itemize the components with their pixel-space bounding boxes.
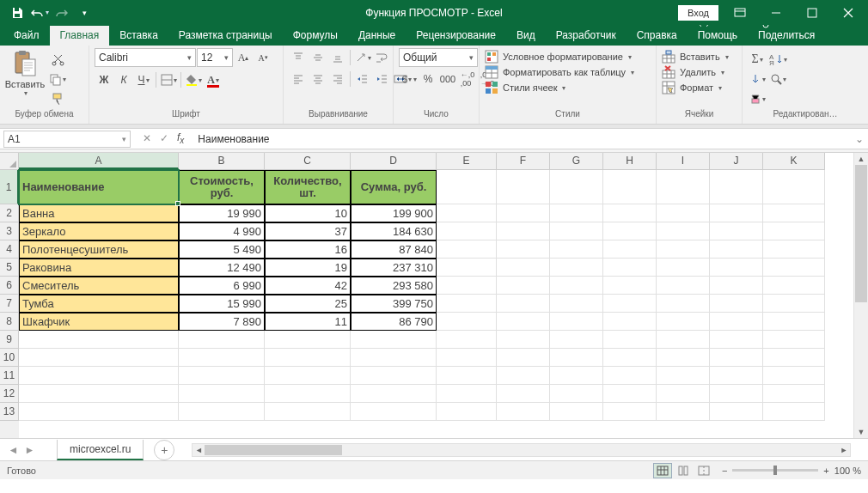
tab-вид[interactable]: Вид: [506, 26, 546, 46]
minimize-icon[interactable]: [761, 3, 791, 23]
italic-icon[interactable]: К: [114, 70, 133, 89]
table-row-name[interactable]: Раковина: [19, 259, 179, 277]
prev-sheet-icon[interactable]: ◄: [9, 444, 19, 456]
expand-formula-icon[interactable]: ⌄: [851, 133, 868, 145]
col-header[interactable]: D: [351, 153, 437, 169]
font-color-icon[interactable]: A▾: [204, 70, 223, 89]
cell[interactable]: [710, 240, 763, 259]
decrease-font-icon[interactable]: A▾: [254, 48, 272, 67]
cell[interactable]: [19, 331, 179, 349]
table-row-value[interactable]: 16: [265, 240, 351, 259]
clear-icon[interactable]: ▾: [748, 89, 767, 108]
row-header[interactable]: 3: [0, 222, 19, 240]
cell[interactable]: [550, 367, 603, 385]
fx-icon[interactable]: fx: [177, 131, 184, 145]
currency-icon[interactable]: $▾: [399, 70, 418, 88]
cell[interactable]: [657, 331, 710, 349]
table-row-value[interactable]: 237 310: [351, 259, 437, 277]
table-row-name[interactable]: Тумба: [19, 295, 179, 313]
table-row-value[interactable]: 7 890: [179, 313, 265, 331]
cell[interactable]: [603, 240, 657, 259]
format-as-table-button[interactable]: Форматировать как таблицу▾: [485, 65, 634, 79]
tab-разметка страницы[interactable]: Разметка страницы: [168, 26, 283, 46]
cell[interactable]: [710, 170, 763, 204]
col-header[interactable]: H: [603, 153, 657, 169]
increase-decimal-icon[interactable]: ←,0,00: [458, 70, 477, 88]
cell[interactable]: [710, 385, 763, 403]
cell[interactable]: [497, 313, 550, 331]
row-header[interactable]: 11: [0, 367, 19, 385]
cell[interactable]: [657, 277, 710, 295]
cell[interactable]: [179, 331, 265, 349]
decrease-indent-icon[interactable]: [353, 70, 372, 88]
cell[interactable]: [179, 349, 265, 367]
cell[interactable]: [603, 367, 657, 385]
save-icon[interactable]: [7, 3, 28, 23]
borders-icon[interactable]: ▾: [159, 70, 178, 89]
comma-icon[interactable]: 000: [438, 70, 457, 88]
cell[interactable]: [763, 331, 825, 349]
redo-icon[interactable]: [52, 3, 72, 23]
cut-icon[interactable]: [48, 50, 67, 69]
row-header[interactable]: 10: [0, 349, 19, 367]
row-header[interactable]: 6: [0, 277, 19, 295]
row-header[interactable]: 7: [0, 295, 19, 313]
cell[interactable]: [437, 277, 497, 295]
table-header-cell[interactable]: Стоимость, руб.: [179, 170, 265, 204]
cell[interactable]: [710, 204, 763, 222]
font-size-combo[interactable]: 12▾: [197, 48, 233, 67]
cell[interactable]: [497, 222, 550, 240]
next-sheet-icon[interactable]: ►: [25, 444, 35, 456]
cell[interactable]: [763, 403, 825, 421]
cell[interactable]: [265, 367, 351, 385]
cell[interactable]: [351, 385, 437, 403]
horizontal-scrollbar[interactable]: ◄►: [192, 443, 851, 457]
col-header[interactable]: G: [550, 153, 603, 169]
cell[interactable]: [657, 222, 710, 240]
format-cells-button[interactable]: Формат▾: [662, 81, 722, 94]
col-header[interactable]: E: [437, 153, 497, 169]
normal-view-icon[interactable]: [653, 463, 672, 478]
paste-button[interactable]: Вставить▾: [5, 48, 45, 97]
cells-area[interactable]: НаименованиеСтоимость, руб.Количество, ш…: [19, 170, 868, 438]
row-header[interactable]: 12: [0, 385, 19, 403]
table-row-value[interactable]: 25: [265, 295, 351, 313]
table-header-cell[interactable]: Количество, шт.: [265, 170, 351, 204]
cell[interactable]: [550, 170, 603, 204]
tab-файл[interactable]: Файл: [3, 26, 50, 46]
cell[interactable]: [657, 403, 710, 421]
cell[interactable]: [437, 295, 497, 313]
table-header-cell[interactable]: Сумма, руб.: [351, 170, 437, 204]
table-row-name[interactable]: Шкафчик: [19, 313, 179, 331]
cell[interactable]: [437, 331, 497, 349]
sort-filter-icon[interactable]: AЯ▾: [768, 50, 787, 69]
cell[interactable]: [603, 331, 657, 349]
table-row-value[interactable]: 4 990: [179, 222, 265, 240]
cell[interactable]: [265, 403, 351, 421]
zoom-in-button[interactable]: +: [823, 466, 828, 476]
ribbon-options-icon[interactable]: [725, 3, 755, 23]
cell[interactable]: [550, 385, 603, 403]
name-box[interactable]: A1▾: [3, 131, 131, 148]
table-row-value[interactable]: 19 990: [179, 204, 265, 222]
cell[interactable]: [603, 204, 657, 222]
cell[interactable]: [603, 259, 657, 277]
font-name-combo[interactable]: Calibri▾: [95, 48, 196, 67]
cell[interactable]: [603, 313, 657, 331]
cell[interactable]: [763, 385, 825, 403]
cell[interactable]: [351, 331, 437, 349]
maximize-icon[interactable]: [798, 3, 827, 23]
col-header[interactable]: C: [265, 153, 351, 169]
cell[interactable]: [657, 349, 710, 367]
cell[interactable]: [437, 367, 497, 385]
row-headers[interactable]: 12345678910111213: [0, 170, 19, 438]
close-icon[interactable]: [834, 3, 863, 23]
table-row-value[interactable]: 6 990: [179, 277, 265, 295]
cell[interactable]: [179, 403, 265, 421]
cell[interactable]: [710, 259, 763, 277]
cancel-formula-icon[interactable]: ✕: [143, 132, 151, 144]
cell[interactable]: [437, 240, 497, 259]
tab-справка[interactable]: Справка: [627, 26, 688, 46]
number-format-combo[interactable]: Общий▾: [399, 48, 478, 67]
copy-icon[interactable]: ▾: [48, 70, 67, 88]
